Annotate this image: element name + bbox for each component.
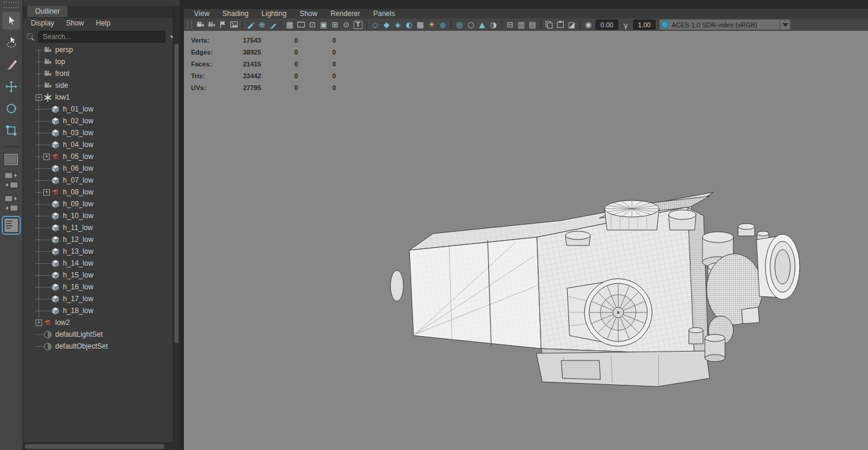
ambient-occlusion-icon[interactable]: ◎ bbox=[454, 20, 465, 30]
outliner-vertical-scrollbar[interactable] bbox=[173, 6, 180, 450]
scale-tool[interactable] bbox=[2, 122, 20, 139]
lights-icon[interactable]: ☀ bbox=[426, 20, 437, 30]
outliner-item-top[interactable]: top bbox=[23, 56, 173, 68]
paint-select-tool[interactable] bbox=[2, 56, 20, 74]
outliner-item-h_10_low[interactable]: h_10_low bbox=[23, 210, 173, 222]
outliner-menu-display[interactable]: Display bbox=[31, 19, 54, 27]
camera-icon[interactable] bbox=[195, 20, 206, 30]
anti-aliasing-icon[interactable]: ▲ bbox=[476, 20, 488, 30]
outliner-item-h_14_low[interactable]: h_14_low bbox=[23, 257, 173, 269]
safe-title-icon[interactable]: T bbox=[354, 21, 363, 29]
outliner-item-h_17_low[interactable]: h_17_low bbox=[23, 293, 173, 305]
toolbox-grip-icon[interactable] bbox=[4, 2, 19, 8]
outliner-item-h_05_low[interactable]: +h_05_low bbox=[23, 151, 173, 162]
lasso-select-tool[interactable] bbox=[2, 34, 20, 52]
search-filter-icon[interactable] bbox=[26, 32, 36, 42]
paint-effects-icon[interactable] bbox=[268, 20, 279, 30]
outliner-item-h_07_low[interactable]: h_07_low bbox=[23, 174, 173, 186]
tree-connector bbox=[36, 346, 43, 347]
textured-display-icon[interactable]: ◈ bbox=[392, 20, 403, 30]
mask-icon[interactable]: ◪ bbox=[566, 20, 577, 30]
quick-layout-pair-1-button[interactable] bbox=[4, 171, 19, 189]
mesh-icon bbox=[51, 224, 60, 232]
field-chart-icon[interactable]: ⊞ bbox=[329, 20, 341, 30]
gate-mask-icon[interactable]: ▣ bbox=[318, 20, 329, 30]
grid-icon[interactable]: ▦ bbox=[284, 20, 295, 30]
panel-divider[interactable] bbox=[180, 0, 184, 450]
outliner-item-h_01_low[interactable]: h_01_low bbox=[23, 103, 173, 115]
viewport-3d-model[interactable] bbox=[184, 31, 868, 450]
set-sphere-icon bbox=[43, 342, 52, 351]
pan-zoom-icon[interactable]: ⊕ bbox=[256, 20, 268, 30]
outliner-item-h_16_low[interactable]: h_16_low bbox=[23, 281, 173, 293]
outliner-item-defaultObjectSet[interactable]: defaultObjectSet bbox=[23, 340, 173, 352]
checker-icon[interactable]: ▩ bbox=[415, 20, 426, 30]
safe-action-icon[interactable]: ⊙ bbox=[341, 20, 352, 30]
outliner-menu-help[interactable]: Help bbox=[96, 19, 110, 27]
outliner-item-front[interactable]: front bbox=[23, 68, 173, 79]
select-tool[interactable] bbox=[2, 12, 20, 30]
outliner-menu-show[interactable]: Show bbox=[66, 19, 84, 27]
outliner-item-low2[interactable]: +low2 bbox=[23, 317, 173, 328]
wireframe-on-shaded-icon[interactable]: ▤ bbox=[527, 20, 538, 30]
grease-pencil-icon[interactable] bbox=[245, 20, 256, 30]
outliner-item-h_09_low[interactable]: h_09_low bbox=[23, 198, 173, 210]
outliner-item-low1[interactable]: −low1 bbox=[23, 91, 173, 103]
outliner-item-h_13_low[interactable]: h_13_low bbox=[23, 245, 173, 257]
outliner-persp-layout-button[interactable] bbox=[4, 218, 19, 233]
toolbar-grip-icon[interactable] bbox=[187, 21, 192, 28]
move-tool[interactable] bbox=[2, 78, 20, 95]
isolate-select-icon[interactable]: ⊟ bbox=[504, 20, 516, 30]
outliner-horizontal-scrollbar[interactable] bbox=[23, 442, 173, 450]
gamma-field[interactable] bbox=[633, 20, 656, 30]
outliner-item-h_15_low[interactable]: h_15_low bbox=[23, 269, 173, 281]
viewport-menu-view[interactable]: View bbox=[187, 9, 216, 18]
shaded-display-icon[interactable]: ◆ bbox=[381, 20, 392, 30]
camera-attributes-icon[interactable] bbox=[206, 20, 217, 30]
horizontal-scrollbar-thumb[interactable] bbox=[25, 444, 164, 449]
xray-icon[interactable]: ▥ bbox=[516, 20, 527, 30]
search-input[interactable] bbox=[38, 31, 166, 43]
exposure-icon[interactable]: ◉ bbox=[583, 20, 594, 30]
outliner-item-h_04_low[interactable]: h_04_low bbox=[23, 139, 173, 151]
viewport-menu-renderer[interactable]: Renderer bbox=[324, 9, 367, 18]
snapshot-icon[interactable] bbox=[543, 20, 555, 30]
outliner-item-persp[interactable]: persp bbox=[23, 44, 173, 56]
resolution-gate-icon[interactable]: ⊡ bbox=[307, 20, 318, 30]
film-gate-icon[interactable] bbox=[295, 20, 307, 30]
depth-of-field-icon[interactable]: ◑ bbox=[488, 20, 499, 30]
exposure-field[interactable] bbox=[596, 20, 618, 30]
expand-expander[interactable]: + bbox=[43, 189, 50, 196]
viewport-menu-panels[interactable]: Panels bbox=[367, 9, 402, 18]
tab-outliner[interactable]: Outliner bbox=[27, 6, 68, 17]
outliner-item-h_18_low[interactable]: h_18_low bbox=[23, 305, 173, 317]
outliner-item-h_06_low[interactable]: h_06_low bbox=[23, 162, 173, 174]
outliner-item-h_12_low[interactable]: h_12_low bbox=[23, 234, 173, 245]
outliner-item-side[interactable]: side bbox=[23, 79, 173, 91]
tree-connector bbox=[36, 168, 51, 169]
textured-sphere-icon[interactable]: ◐ bbox=[403, 20, 415, 30]
viewport-canvas[interactable]: Verts:1754300Edges:3892500Faces:2141500T… bbox=[184, 31, 868, 450]
gamma-icon[interactable]: γ bbox=[620, 20, 631, 30]
view-transform-dropdown[interactable]: ACES 1.0 SDR-video (sRGB) bbox=[660, 20, 790, 30]
vertical-scrollbar-thumb[interactable] bbox=[174, 44, 179, 343]
single-pane-layout-button[interactable] bbox=[4, 153, 19, 166]
outliner-item-h_08_low[interactable]: +h_08_low bbox=[23, 186, 173, 198]
viewport-menu-lighting[interactable]: Lighting bbox=[255, 9, 293, 18]
rotate-tool[interactable] bbox=[2, 100, 20, 117]
viewport-menu-show[interactable]: Show bbox=[293, 9, 324, 18]
outliner-item-h_02_low[interactable]: h_02_low bbox=[23, 115, 173, 127]
outliner-item-h_11_low[interactable]: h_11_low bbox=[23, 222, 173, 234]
quick-layout-pair-2-button[interactable] bbox=[4, 194, 19, 212]
dropdown-arrow-icon[interactable] bbox=[780, 20, 790, 30]
outliner-item-h_03_low[interactable]: h_03_low bbox=[23, 127, 173, 139]
wireframe-display-icon[interactable]: ◇ bbox=[370, 20, 381, 30]
viewport-menu-shading[interactable]: Shading bbox=[216, 9, 255, 18]
image-plane-icon[interactable] bbox=[228, 20, 240, 30]
bookmark-icon[interactable] bbox=[217, 20, 228, 30]
expand-expander[interactable]: + bbox=[43, 154, 50, 160]
shadows-icon[interactable]: ● bbox=[437, 20, 449, 30]
paste-icon[interactable] bbox=[555, 20, 566, 30]
outliner-item-defaultLightSet[interactable]: defaultLightSet bbox=[23, 328, 173, 340]
motion-blur-icon[interactable]: ○ bbox=[465, 20, 476, 30]
